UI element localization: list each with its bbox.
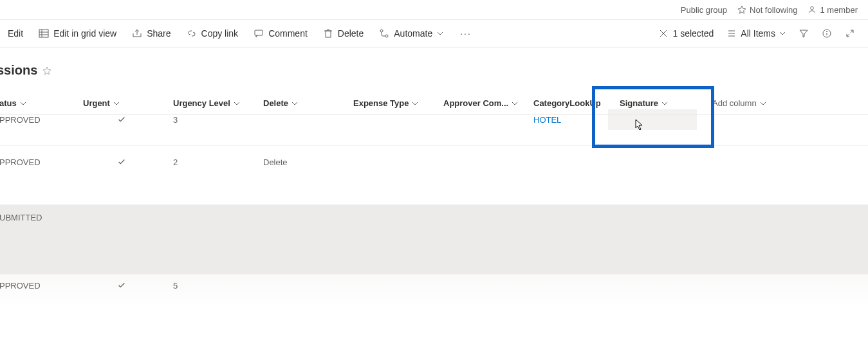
svg-point-0 [811,6,814,10]
cell-status: PPROVED [0,157,80,167]
cell-delete: Delete [261,157,351,167]
star-outline-icon [737,5,746,14]
cursor-icon [634,118,645,129]
cell-urgency-level: 2 [171,157,261,167]
favorite-toggle[interactable] [42,66,51,75]
svg-point-9 [380,30,383,32]
x-icon [658,28,669,39]
command-bar: Edit Edit in grid view Share Copy link C… [0,19,868,48]
filter-button[interactable] [796,23,811,44]
col-delete-label: Delete [263,98,288,108]
flow-icon [379,28,389,39]
share-label: Share [147,28,171,39]
list-title: ssions [0,63,37,78]
person-icon [808,5,817,14]
col-expense-type[interactable]: Expense Type [351,98,441,108]
cell-status: PPROVED [0,115,80,125]
grid-icon [39,28,49,39]
chevron-down-icon [412,100,418,107]
list-title-area: ssions [0,48,868,78]
grid-view-label: Edit in grid view [53,28,116,39]
check-icon [117,281,126,290]
expand-icon [845,28,855,39]
col-urgency-level[interactable]: Urgency Level [171,98,261,108]
col-signature-label: Signature [620,98,658,108]
check-icon [117,157,126,166]
all-items-label: All Items [741,28,775,39]
col-add-label: Add column [712,98,757,108]
table-row[interactable]: PPROVED 5 [0,274,868,305]
col-urgency-level-label: Urgency Level [173,98,230,108]
comment-button[interactable]: Comment [248,23,313,44]
cell-urgency-level: 5 [171,281,261,291]
follow-label: Not following [750,5,797,15]
cell-urgent [80,157,171,168]
svg-line-19 [847,34,849,37]
col-status-label: atus [0,98,17,108]
comment-icon [254,28,264,39]
more-button[interactable]: ··· [454,28,478,39]
edit-label: Edit [8,28,23,39]
col-delete[interactable]: Delete [261,98,351,108]
automate-label: Automate [394,28,432,39]
cell-category[interactable]: HOTEL [531,115,600,125]
share-button[interactable]: Share [127,23,176,44]
svg-point-10 [385,35,388,37]
col-signature[interactable]: Signature [600,98,710,108]
delete-button[interactable]: Delete [318,23,369,44]
link-icon [187,28,197,39]
filter-icon [799,28,809,39]
table-row[interactable]: PPROVED 3 HOTEL [0,115,868,146]
col-expense-type-label: Expense Type [353,98,409,108]
col-urgent-label: Urgent [83,98,110,108]
check-icon [117,115,126,124]
info-icon [822,28,832,39]
col-status[interactable]: atus [0,98,80,108]
copy-link-button[interactable]: Copy link [181,23,244,44]
chevron-down-icon [291,100,298,107]
copy-link-label: Copy link [201,28,239,39]
cell-status: UBMITTED [0,213,80,222]
col-approver[interactable]: Approver Com... [441,98,531,108]
col-urgent[interactable]: Urgent [80,98,171,108]
chevron-down-icon [512,100,518,107]
cell-urgency-level: 3 [171,115,261,125]
chevron-down-icon [113,100,120,107]
automate-button[interactable]: Automate [374,23,448,44]
site-header: Public group Not following 1 member [0,0,868,19]
trash-icon [323,28,333,39]
comment-label: Comment [268,28,308,39]
list-icon [726,28,737,39]
col-add[interactable]: Add column [710,98,787,108]
chevron-down-icon [437,30,443,37]
svg-rect-6 [326,31,331,37]
chevron-down-icon [20,100,26,107]
svg-rect-5 [255,30,263,35]
table-row[interactable]: PPROVED 2 Delete [0,146,868,205]
data-grid: atus Urgent Urgency Level Delete Expense… [0,92,868,305]
expand-button[interactable] [842,23,858,44]
cell-urgent [80,115,171,126]
chevron-down-icon [661,100,668,107]
info-button[interactable] [819,23,835,44]
svg-rect-1 [39,30,48,37]
members-button[interactable]: 1 member [808,5,858,15]
table-row-selected[interactable]: UBMITTED [0,205,868,274]
chevron-down-icon [760,100,766,107]
col-category[interactable]: CategoryLookUp [531,98,600,108]
col-approver-label: Approver Com... [443,98,508,108]
cell-status: PPROVED [0,281,80,291]
chevron-down-icon [779,30,786,37]
share-icon [132,28,142,39]
view-switcher[interactable]: All Items [724,23,788,44]
grid-view-button[interactable]: Edit in grid view [33,23,122,44]
edit-button[interactable]: Edit [3,23,28,44]
svg-point-18 [827,31,827,32]
grid-header: atus Urgent Urgency Level Delete Expense… [0,92,868,115]
col-category-label: CategoryLookUp [533,98,601,108]
cell-urgent [80,281,171,292]
follow-toggle[interactable]: Not following [737,5,797,15]
svg-line-20 [851,30,853,33]
chevron-down-icon [234,100,240,107]
selected-count[interactable]: 1 selected [656,23,716,44]
